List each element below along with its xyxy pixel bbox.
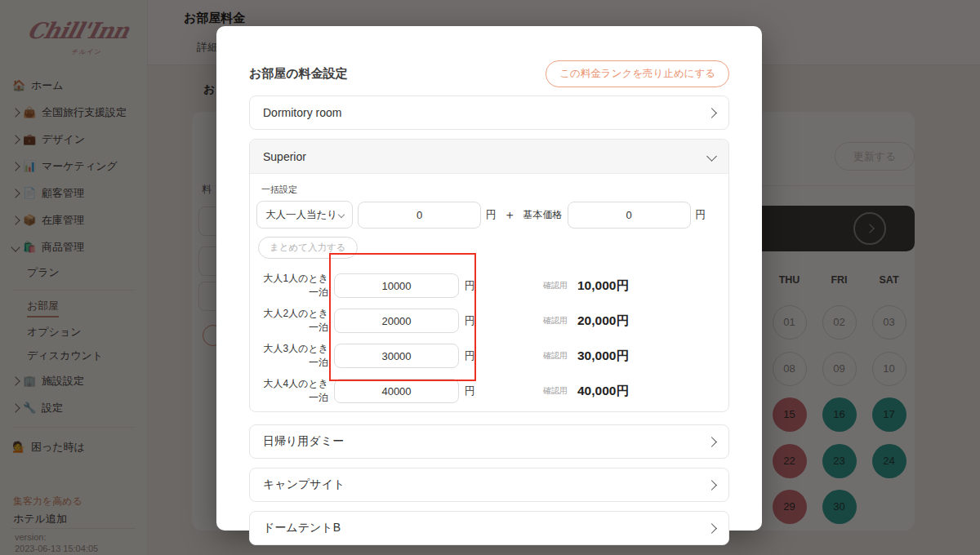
stop-sale-button[interactable]: この料金ランクを売り止めにする [546,60,729,87]
price-row-label: 大人3人のとき一泊 [256,342,328,370]
accordion-label: キャンプサイト [263,477,345,492]
accordion-dormitory-room[interactable]: Dormitory room [249,95,729,130]
plus-sign: ＋ [504,207,516,223]
bulk-setting-label: 一括設定 [261,184,722,196]
batch-fill-button[interactable]: まとめて入力する [258,237,358,259]
price-row-label: 大人1人のとき一泊 [256,272,328,300]
price-row-3-adults: 大人3人のとき一泊 円 確認用 30,000円 [256,342,722,370]
confirm-value: 40,000円 [577,383,629,400]
yen-label: 円 [696,208,706,222]
price-input-3-adults[interactable] [334,344,459,368]
chevron-down-icon [338,211,345,218]
price-row-label: 大人4人のとき一泊 [256,377,328,405]
confirm-value: 10,000円 [577,278,629,295]
per-adult-select[interactable]: 大人一人当たり [256,201,353,229]
yen-label: 円 [465,349,475,363]
modal-header: お部屋の料金設定 この料金ランクを売り止めにする [249,62,729,85]
confirm-value: 20,000円 [577,313,629,330]
base-price-input[interactable] [568,202,691,229]
chevron-right-icon [706,523,717,534]
accordion-dome-tent-b[interactable]: ドームテントB [249,511,729,545]
confirm-value: 30,000円 [577,348,629,365]
yen-label: 円 [465,279,475,293]
confirm-block: 確認用 30,000円 [543,348,722,365]
accordion-label: Superior [263,150,306,163]
yen-label: 円 [486,208,497,222]
price-input-1-adult[interactable] [334,273,459,298]
confirm-label: 確認用 [543,350,568,362]
price-input-2-adults[interactable] [334,309,459,333]
chevron-down-icon [706,151,717,162]
confirm-block: 確認用 10,000円 [543,278,722,295]
accordion-superior-header[interactable]: Superior [250,140,728,174]
yen-label: 円 [465,384,475,398]
chevron-right-icon [706,480,717,491]
price-row-label: 大人2人のとき一泊 [256,307,328,335]
chevron-right-icon [706,108,717,118]
select-value: 大人一人当たり [265,208,337,222]
confirm-label: 確認用 [543,385,568,397]
bulk-setting-row: 大人一人当たり 円 ＋ 基本価格 円 [256,201,722,229]
rate-settings-modal: お部屋の料金設定 この料金ランクを売り止めにする Dormitory room … [216,26,762,531]
bulk-amount-input[interactable] [358,202,481,229]
base-price-label: 基本価格 [523,208,563,222]
accordion-campsite[interactable]: キャンプサイト [249,468,729,502]
accordion-day-use-dummy[interactable]: 日帰り用ダミー [249,424,729,459]
price-input-4-adults[interactable] [334,379,459,403]
confirm-label: 確認用 [543,315,568,326]
price-row-1-adult: 大人1人のとき一泊 円 確認用 10,000円 [256,272,722,300]
accordion-label: Dormitory room [263,106,341,119]
accordion-label: 日帰り用ダミー [263,434,344,449]
confirm-block: 確認用 20,000円 [543,313,722,330]
accordion-superior-expanded: Superior 一括設定 大人一人当たり 円 ＋ 基本価格 円 ま [249,139,729,412]
superior-body: 一括設定 大人一人当たり 円 ＋ 基本価格 円 まとめて入力する 大人1人のとき… [250,174,728,411]
confirm-label: 確認用 [543,280,568,291]
yen-label: 円 [465,314,475,328]
chevron-right-icon [706,437,717,447]
price-row-4-adults: 大人4人のとき一泊 円 確認用 40,000円 [256,377,722,405]
app-root: Chill'Inn チルイン 🏠 ホーム 👜 全国旅行支援設定 💼 デザイン 📊… [0,0,980,555]
modal-title: お部屋の料金設定 [249,66,348,82]
accordion-label: ドームテントB [263,521,341,535]
price-row-2-adults: 大人2人のとき一泊 円 確認用 20,000円 [256,307,722,335]
confirm-block: 確認用 40,000円 [543,383,722,400]
